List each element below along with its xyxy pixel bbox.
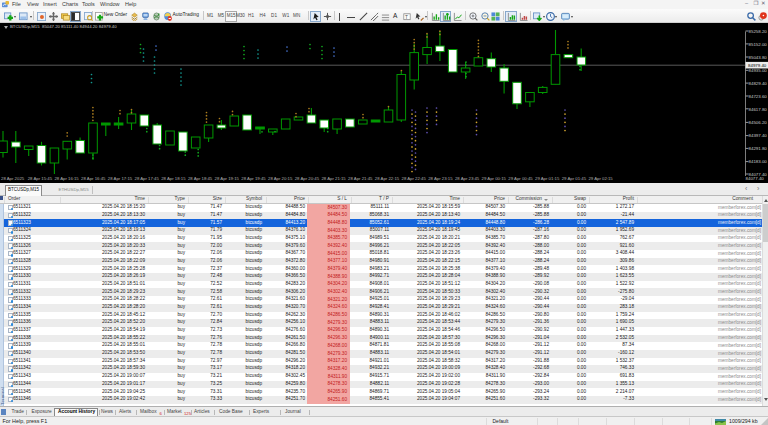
svg-text:84935.00: 84935.00 bbox=[749, 68, 768, 73]
svg-text:84291.80: 84291.80 bbox=[749, 146, 768, 151]
svg-text:85043.80: 85043.80 bbox=[749, 55, 768, 60]
svg-text:T: T bbox=[405, 13, 408, 19]
svg-text:84397.40: 84397.40 bbox=[749, 133, 768, 138]
svg-text:84183.00: 84183.00 bbox=[749, 159, 768, 164]
svg-text:85152.00: 85152.00 bbox=[749, 42, 768, 47]
svg-text:84723.60: 84723.60 bbox=[749, 94, 768, 99]
svg-text:84617.80: 84617.80 bbox=[749, 107, 768, 112]
svg-text:84829.40: 84829.40 bbox=[749, 81, 768, 86]
svg-text:84506.20: 84506.20 bbox=[749, 120, 768, 125]
svg-text:84979.40: 84979.40 bbox=[748, 63, 767, 68]
